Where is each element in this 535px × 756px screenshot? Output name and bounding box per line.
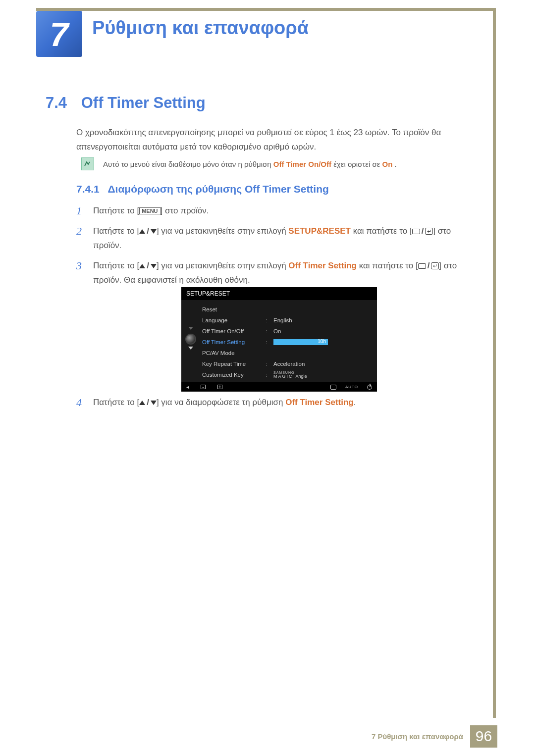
step-body: Πατήστε το [/] για να μετακινηθείτε στην… <box>93 224 475 253</box>
term-offtimer-setting: Off Timer Setting <box>288 261 357 270</box>
power-icon <box>367 385 372 390</box>
enter-icon <box>330 385 336 390</box>
section-title: Off Timer Setting <box>81 94 206 111</box>
note-icon <box>81 157 94 170</box>
menu-button-icon: MENU <box>139 207 160 214</box>
up-down-arrows-icon: / <box>139 224 157 239</box>
right-border <box>493 11 496 718</box>
page-footer: 7 Ρύθμιση και επαναφορά 96 <box>372 726 497 746</box>
back-icon: ◂ <box>186 384 189 390</box>
note-row: Αυτό το μενού είναι διαθέσιμο μόνο όταν … <box>81 157 473 170</box>
step-body: Πατήστε το [MENU] στο προϊόν. <box>93 204 475 218</box>
step-1: 1 Πατήστε το [MENU] στο προϊόν. <box>76 204 475 218</box>
section-number: 7.4 <box>46 94 67 111</box>
step-number: 1 <box>76 204 93 218</box>
chapter-number-box: 7 <box>36 11 82 57</box>
source-enter-icon: / <box>412 224 433 239</box>
osd-row-customkey: Customized Key : SAMSUNG MAGIC Angle <box>202 369 372 380</box>
subsection-heading: 7.4.1 Διαμόρφωση της ρύθμισης Off Timer … <box>76 183 329 195</box>
term-offtimer-setting: Off Timer Setting <box>285 398 354 407</box>
step-number: 3 <box>76 259 93 288</box>
top-border <box>36 8 496 11</box>
footer-chapter: 7 Ρύθμιση και επαναφορά <box>372 732 463 741</box>
step-4: 4 Πατήστε το [/] για να διαμορφώσετε τη … <box>76 396 475 410</box>
up-down-arrows-icon: / <box>139 396 157 410</box>
intro-paragraph: Ο χρονοδιακόπτης απενεργοποίησης μπορεί … <box>76 126 468 154</box>
step-3: 3 Πατήστε το [/] για να μετακινηθείτε στ… <box>76 259 475 288</box>
step-number: 2 <box>76 224 93 253</box>
osd-row-pcav: PC/AV Mode <box>202 348 372 358</box>
page-number: 96 <box>470 725 497 748</box>
osd-row-keyrepeat: Key Repeat Time : Acceleration <box>202 358 372 369</box>
osd-footer: ◂ - + AUTO <box>181 382 377 392</box>
minus-icon: - <box>201 385 206 389</box>
note-term-offtimer: Off Timer On/Off <box>273 160 331 168</box>
chapter-number: 7 <box>50 15 69 53</box>
osd-left-column <box>181 303 200 382</box>
step-number: 4 <box>76 396 93 410</box>
osd-row-language: Language : English <box>202 315 372 326</box>
source-enter-icon: / <box>418 259 439 273</box>
note-text: Αυτό το μενού είναι διαθέσιμο μόνο όταν … <box>103 160 397 168</box>
subsection-title: Διαμόρφωση της ρύθμισης Off Timer Settin… <box>107 183 328 195</box>
up-down-arrows-icon: / <box>139 259 157 273</box>
plus-icon: + <box>217 385 222 389</box>
osd-slider: 10h <box>273 339 328 345</box>
auto-label: AUTO <box>345 385 358 389</box>
chapter-title: Ρύθμιση και επαναφορά <box>92 17 309 39</box>
term-setup-reset: SETUP&RESET <box>288 226 351 236</box>
osd-row-offtimer-onoff: Off Timer On/Off : On <box>202 326 372 337</box>
scroll-up-icon <box>188 327 193 330</box>
osd-title: SETUP&RESET <box>181 287 377 300</box>
subsection-number: 7.4.1 <box>76 183 100 195</box>
section-heading: 7.4 Off Timer Setting <box>46 94 206 112</box>
step-2: 2 Πατήστε το [/] για να μετακινηθείτε στ… <box>76 224 475 253</box>
step-body: Πατήστε το [/] για να διαμορφώσετε τη ρύ… <box>93 396 475 410</box>
step-body: Πατήστε το [/] για να μετακινηθείτε στην… <box>93 259 475 288</box>
osd-rows: Reset Language : English Off Timer On/Of… <box>200 303 377 382</box>
note-term-on: On <box>382 160 393 168</box>
osd-row-offtimer-setting: Off Timer Setting : 10h <box>202 337 372 348</box>
osd-magic-angle: SAMSUNG MAGIC Angle <box>273 371 372 379</box>
scroll-down-icon <box>188 347 193 350</box>
osd-row-reset: Reset <box>202 304 372 315</box>
jog-knob-icon <box>185 334 196 345</box>
osd-menu: SETUP&RESET Reset Language : English Off… <box>181 287 377 392</box>
